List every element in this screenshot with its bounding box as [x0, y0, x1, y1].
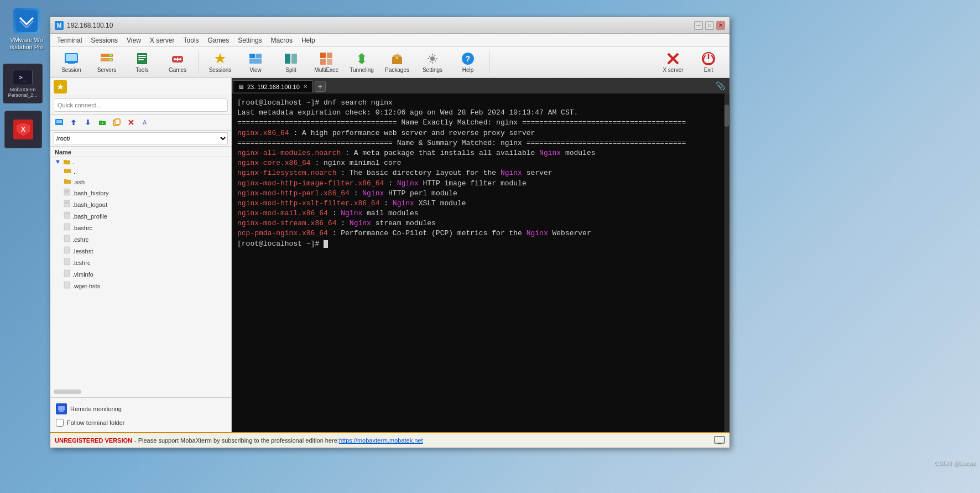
toolbar-servers-button[interactable]: Servers — [90, 49, 123, 76]
tab-close-button[interactable]: ✕ — [303, 84, 307, 90]
maximize-button[interactable]: □ — [705, 21, 714, 30]
menu-terminal[interactable]: Terminal — [53, 35, 86, 45]
sessions-star-icon — [213, 51, 227, 66]
status-link[interactable]: https://mobaxterm.mobatek.net — [339, 437, 423, 444]
tab-label: 23. 192.168.100.10 — [247, 84, 300, 90]
svg-rect-60 — [64, 212, 70, 219]
tools-label: Tools — [135, 67, 148, 73]
toolbar-xserver-button[interactable]: X server — [656, 49, 690, 76]
follow-folder-checkbox[interactable] — [56, 419, 64, 427]
toolbar-games-button[interactable]: Games — [161, 49, 194, 76]
delete-button[interactable] — [124, 116, 138, 128]
new-session-button[interactable] — [53, 116, 66, 128]
tree-item-bash-profile[interactable]: .bash_profile — [50, 210, 231, 222]
svg-rect-49 — [115, 119, 120, 124]
svg-rect-30 — [327, 53, 332, 58]
tree-item-tcshrc[interactable]: .tcshrc — [50, 257, 231, 268]
vmware-icon-img — [13, 8, 40, 34]
svg-text:A: A — [143, 120, 147, 126]
download-button[interactable] — [81, 116, 95, 128]
quick-connect-input[interactable] — [54, 98, 228, 112]
tree-item-ssh[interactable]: .ssh — [50, 177, 231, 187]
menu-sessions[interactable]: Sessions — [86, 35, 122, 45]
terminal-line-sep1: ===================================== Na… — [237, 118, 718, 128]
svg-rect-66 — [64, 270, 70, 277]
svg-rect-31 — [320, 59, 326, 65]
toolbar-packages-button[interactable]: Packages — [380, 49, 414, 76]
path-select[interactable]: /root/ — [54, 132, 228, 144]
rename-button[interactable]: A — [139, 116, 152, 128]
new-tab-button[interactable]: + — [315, 81, 326, 92]
file-tree: Name ▼ . .. — [50, 147, 231, 386]
new-folder-button[interactable]: + — [96, 116, 109, 128]
sidebar: + A /root/ Nam — [50, 78, 232, 432]
svg-rect-32 — [327, 59, 332, 65]
svg-rect-65 — [64, 258, 70, 265]
toolbar-view-button[interactable]: View — [239, 49, 272, 76]
toolbar-exit-button[interactable]: Exit — [692, 49, 725, 76]
tree-item-bash-logout[interactable]: .bash_logout — [50, 199, 231, 210]
svg-rect-64 — [64, 247, 70, 253]
toolbar-sessions-button[interactable]: Sessions — [204, 49, 237, 76]
toolbar-split-button[interactable]: Split — [274, 49, 307, 76]
settings-icon — [425, 51, 440, 66]
tree-item-cshrc[interactable]: .cshrc — [50, 233, 231, 245]
menu-tools[interactable]: Tools — [179, 35, 204, 45]
terminal-line-pkg8: nginx-mod-stream.x86_64 : Nginx stream m… — [237, 219, 718, 229]
tunneling-label: Tunneling — [350, 67, 374, 73]
copy-button[interactable] — [110, 116, 123, 128]
tree-root-row[interactable]: ▼ . — [50, 157, 231, 166]
terminal-scrollbar[interactable] — [724, 94, 729, 432]
toolbar-help-button[interactable]: ? Help — [451, 49, 484, 76]
split-icon — [284, 51, 298, 66]
toolbar-session-button[interactable]: Session — [55, 49, 88, 76]
status-message: - Please support MobaXterm by subscribin… — [134, 437, 339, 444]
upload-button[interactable] — [67, 116, 80, 128]
tab-icon: 🖥 — [238, 84, 244, 90]
tab-right-button[interactable]: 📎 — [712, 81, 728, 90]
svg-rect-21 — [175, 59, 180, 60]
toolbar-multiexec-button[interactable]: MultiExec — [310, 49, 343, 76]
unregistered-badge: UNREGISTERED VERSION — [55, 437, 132, 444]
star-button[interactable] — [54, 80, 67, 94]
remote-monitoring-button[interactable]: Remote monitoring — [54, 401, 228, 417]
minimize-button[interactable]: ─ — [694, 21, 703, 30]
menu-help[interactable]: Help — [297, 35, 320, 45]
quick-connect-bar — [50, 96, 231, 115]
terminal-tab[interactable]: 🖥 23. 192.168.100.10 ✕ — [233, 80, 312, 92]
mobaxterm-taskbar-icon[interactable]: >_ MobaXtermPersonal_2... — [3, 64, 43, 103]
sidebar-scroll-thumb[interactable] — [54, 390, 81, 394]
terminal-line-sep2: ==================================== Nam… — [237, 138, 718, 148]
close-button[interactable]: ✕ — [716, 21, 725, 30]
mobaxtermb-icon-img: X — [13, 120, 33, 139]
toolbar-tunneling-button[interactable]: Tunneling — [345, 49, 378, 76]
tree-item-wget-hsts[interactable]: .wget-hsts — [50, 280, 231, 292]
scrollbar-thumb[interactable] — [724, 105, 729, 127]
toolbar-settings-button[interactable]: Settings — [416, 49, 449, 76]
tree-item-bash-history[interactable]: .bash_history — [50, 187, 231, 199]
name-column-header: Name — [55, 149, 71, 155]
vmware-desktop-icon[interactable]: VMware Wo rkstation Pro — [4, 6, 49, 53]
tree-item-viminfo[interactable]: .viminfo — [50, 268, 231, 280]
terminal-small-icon: >_ — [13, 70, 33, 85]
menu-xserver[interactable]: X server — [145, 35, 179, 45]
menu-macros[interactable]: Macros — [267, 35, 297, 45]
svg-rect-74 — [717, 444, 722, 444]
help-label: Help — [462, 67, 474, 73]
menu-settings[interactable]: Settings — [233, 35, 266, 45]
follow-folder-row: Follow terminal folder — [54, 417, 228, 429]
menu-games[interactable]: Games — [204, 35, 234, 45]
terminal-output[interactable]: [root@localhost ~]# dnf search nginx Las… — [232, 94, 724, 432]
terminal-line-nginx1: nginx.x86_64 : A high performance web se… — [237, 128, 718, 138]
menu-view[interactable]: View — [122, 35, 145, 45]
toolbar-tools-button[interactable]: Tools — [126, 49, 159, 76]
tree-item-parent[interactable]: .. — [50, 166, 231, 177]
menu-bar: Terminal Sessions View X server Tools Ga… — [50, 34, 729, 47]
svg-rect-67 — [64, 282, 70, 288]
tree-item-bashrc[interactable]: .bashrc — [50, 222, 231, 233]
tree-item-lesshst[interactable]: .lesshst — [50, 245, 231, 257]
mobaxtermb-icon[interactable]: X — [4, 111, 42, 148]
svg-rect-16 — [138, 59, 144, 60]
monitor-icon — [714, 436, 725, 445]
packages-icon — [390, 51, 404, 66]
